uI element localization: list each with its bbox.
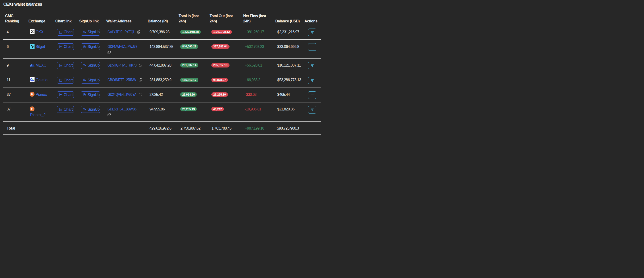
svg-text:P: P bbox=[31, 92, 34, 96]
svg-text:P: P bbox=[31, 107, 34, 111]
